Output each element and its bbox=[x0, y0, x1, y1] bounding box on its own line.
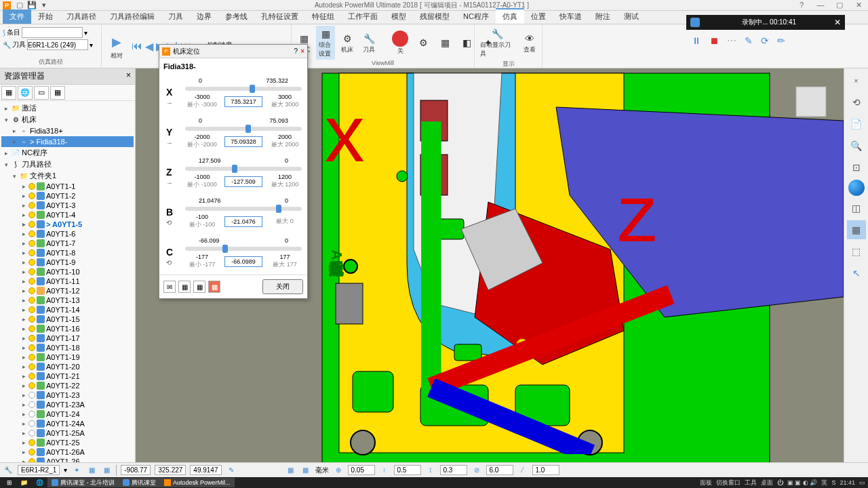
toolpath-node[interactable]: ▸A0YT1-11 bbox=[1, 277, 134, 286]
toolpath-node[interactable]: ▸A0YT1-23 bbox=[1, 390, 134, 400]
node-machine[interactable]: ▾⚙机床 bbox=[1, 114, 134, 125]
toolpath-node[interactable]: ▸A0YT1-14 bbox=[1, 305, 134, 314]
taskbar-item-2[interactable]: 腾讯课堂 bbox=[119, 478, 160, 487]
toolpath-node[interactable]: ▸A0YT1-3 bbox=[1, 201, 134, 210]
status-ico-f[interactable]: ▦ bbox=[300, 465, 311, 476]
toolpath-node[interactable]: ▸A0YT1-19 bbox=[1, 352, 134, 362]
toolpath-node[interactable]: ▸A0YT1-7 bbox=[1, 239, 134, 248]
play-button[interactable]: ▶相对 bbox=[104, 31, 129, 62]
toolpath-node[interactable]: ▸A0YT1-15 bbox=[1, 314, 134, 324]
wireframe-icon[interactable]: ▦ bbox=[847, 220, 866, 239]
browser-icon[interactable]: 🌐 bbox=[32, 478, 47, 487]
view-button[interactable]: 👁查看 bbox=[520, 30, 539, 56]
toolpath-node[interactable]: ▸A0YT1-9 bbox=[1, 258, 134, 267]
toolpath-node[interactable]: ▸A0YT1-25A bbox=[1, 428, 134, 438]
toolpath-node[interactable]: ▸A0YT1-26A bbox=[1, 447, 134, 457]
tab-workplane[interactable]: 工作平面 bbox=[341, 9, 384, 24]
tool-dropdown[interactable]: 🔧 刀具 ▾ bbox=[3, 39, 93, 50]
bulb-icon[interactable] bbox=[28, 401, 35, 408]
bulb-icon[interactable] bbox=[28, 382, 35, 389]
notif-icon[interactable]: ▭ bbox=[859, 479, 865, 486]
bulb-icon[interactable] bbox=[28, 335, 35, 342]
clock[interactable]: 21:41 bbox=[840, 479, 855, 486]
toolpath-node[interactable]: ▸A0YT1-21 bbox=[1, 371, 134, 381]
toolpath-node[interactable]: ▸A0YT1-24 bbox=[1, 409, 134, 419]
tab-file[interactable]: 文件 bbox=[3, 9, 31, 24]
rec-tool-4[interactable]: ✏ bbox=[777, 35, 785, 46]
node-fidia2[interactable]: ▸▫> Fidia318- bbox=[1, 136, 134, 147]
status-ico-d[interactable]: ✎ bbox=[226, 465, 237, 476]
axis-value-input[interactable] bbox=[224, 96, 262, 107]
page-icon[interactable]: 📄 bbox=[847, 115, 866, 134]
dlg-icon-3[interactable]: ▦ bbox=[193, 281, 205, 293]
entity-dropdown[interactable]: ⟆ 条目 ▾ bbox=[3, 27, 87, 38]
toolpath-node[interactable]: ▸A0YT1-6 bbox=[1, 229, 134, 239]
bulb-icon[interactable] bbox=[28, 430, 35, 436]
node-folder[interactable]: ▾📁文件夹1 bbox=[1, 170, 134, 182]
skip-start-icon[interactable]: ⏮ bbox=[132, 40, 142, 52]
dialog-title-bar[interactable]: P 机床定位 ? × bbox=[159, 45, 307, 58]
axis-slider[interactable] bbox=[185, 127, 302, 131]
toolpath-node[interactable]: ▸A0YT1-10 bbox=[1, 267, 134, 277]
bulb-icon[interactable] bbox=[28, 183, 35, 190]
tab-stock[interactable]: 残留模型 bbox=[413, 9, 456, 24]
tab-feature[interactable]: 特征组 bbox=[305, 9, 341, 24]
cursor-icon[interactable]: ↖ bbox=[847, 264, 866, 283]
toolpath-node[interactable]: ▸A0YT1-24A bbox=[1, 419, 134, 428]
tray-icons[interactable]: ▣ ▣ ◐ 🔊 bbox=[787, 479, 818, 486]
toolpath-node[interactable]: ▸A0YT1-25 bbox=[1, 438, 134, 447]
axis-value-input[interactable] bbox=[224, 216, 262, 227]
recording-title[interactable]: 录制中... 00:10:41 ✕ bbox=[686, 15, 845, 30]
step-back-icon[interactable]: ◀ bbox=[145, 40, 153, 53]
tol-5[interactable]: 1.0 bbox=[532, 465, 559, 475]
tb-icon-1[interactable]: ▦ bbox=[1, 86, 16, 100]
tab-nc[interactable]: NC程序 bbox=[456, 9, 496, 24]
tab-pattern[interactable]: 参考线 bbox=[218, 9, 254, 24]
stop-rec-icon[interactable]: ⏹ bbox=[709, 35, 719, 46]
toolpath-node[interactable]: ▸A0YT1-13 bbox=[1, 296, 134, 305]
vm-btn3[interactable]: ◧ bbox=[457, 35, 476, 51]
tol-3[interactable]: 0.3 bbox=[440, 465, 467, 475]
toolpath-node[interactable]: ▸A0YT1-4 bbox=[1, 210, 134, 220]
bulb-icon[interactable] bbox=[28, 449, 35, 455]
bulb-icon[interactable] bbox=[28, 202, 35, 209]
bulb-icon[interactable] bbox=[28, 363, 35, 370]
toolpath-node[interactable]: ▸A0YT1-18 bbox=[1, 343, 134, 352]
qat-dropdown-icon[interactable]: ▾ bbox=[39, 1, 49, 10]
toolpath-node[interactable]: ▸> A0YT1-5 bbox=[1, 220, 134, 229]
bulb-icon[interactable] bbox=[28, 325, 35, 332]
bulb-icon[interactable] bbox=[28, 278, 35, 285]
bulb-icon[interactable] bbox=[28, 259, 35, 266]
status-ico-a[interactable]: ✦ bbox=[71, 465, 82, 476]
zoom-reset-icon[interactable]: ⟲ bbox=[847, 93, 866, 112]
cube-icon[interactable]: ◫ bbox=[847, 199, 866, 218]
qat-new-icon[interactable]: ▢ bbox=[15, 1, 24, 10]
pause-icon[interactable]: ⏸ bbox=[692, 35, 701, 46]
tool-input[interactable] bbox=[27, 39, 88, 50]
vm-btn2[interactable]: ▦ bbox=[435, 35, 454, 51]
maximize-icon[interactable]: ▢ bbox=[833, 1, 846, 9]
bulb-icon[interactable] bbox=[28, 354, 35, 361]
bulb-icon[interactable] bbox=[28, 211, 35, 218]
axis-slider[interactable] bbox=[185, 87, 302, 91]
tol-ico-1[interactable]: ⊕ bbox=[333, 465, 344, 476]
toolpath-node[interactable]: ▸A0YT1-23A bbox=[1, 400, 134, 409]
bulb-icon[interactable] bbox=[28, 344, 35, 351]
rec-tool-1[interactable]: ⋯ bbox=[727, 35, 736, 46]
tab-position[interactable]: 位置 bbox=[524, 9, 553, 24]
node-nc[interactable]: ▸📄NC程序 bbox=[1, 147, 134, 159]
tool-button[interactable]: 🔧刀具 bbox=[359, 30, 378, 56]
toolpath-node[interactable]: ▸A0YT1-2 bbox=[1, 191, 134, 201]
tray-power-icon[interactable]: ⏻ bbox=[777, 479, 783, 486]
bulb-icon[interactable] bbox=[28, 297, 35, 304]
start-button[interactable]: ⊞ bbox=[3, 478, 16, 487]
bulb-icon[interactable] bbox=[28, 306, 35, 313]
orbit-icon[interactable] bbox=[848, 180, 865, 196]
dialog-close-icon[interactable]: × bbox=[300, 47, 304, 55]
tab-boundary[interactable]: 边界 bbox=[190, 9, 218, 24]
tab-note[interactable]: 附注 bbox=[589, 9, 617, 24]
bulb-icon[interactable] bbox=[28, 373, 35, 380]
tab-toolpath-edit[interactable]: 刀具路径编辑 bbox=[103, 9, 161, 24]
tol-ico-5[interactable]: ∕ bbox=[517, 465, 528, 476]
tol-ico-4[interactable]: ⊘ bbox=[471, 465, 482, 476]
